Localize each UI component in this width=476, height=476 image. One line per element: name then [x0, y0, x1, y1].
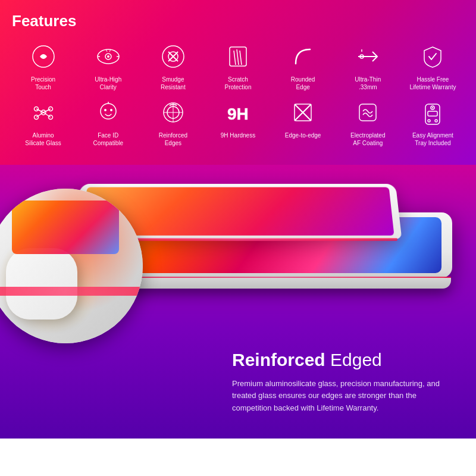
hassle-free-icon	[417, 41, 448, 72]
reinforced-description: Premium aluminosilicate glass, precision…	[232, 378, 458, 415]
alignment-tray-label: Easy AlignmentTray Included	[412, 131, 453, 147]
svg-point-44	[435, 120, 437, 122]
features-row-2: AluminoSilicate Glass Face IDCompatible	[12, 97, 464, 147]
scratch-protection-icon	[223, 41, 253, 72]
scratch-protection-label: ScratchProtection	[224, 76, 251, 91]
smudge-resistant-label: SmudgeResistant	[161, 76, 186, 91]
svg-line-14	[234, 51, 236, 65]
feature-scratch-protection: ScratchProtection	[206, 41, 269, 91]
smudge-resistant-icon	[158, 41, 189, 72]
face-id-icon	[93, 97, 124, 128]
phone-side	[96, 278, 451, 289]
svg-rect-39	[359, 104, 376, 121]
svg-point-31	[110, 109, 112, 111]
reinforced-bold: Reinforced	[232, 350, 325, 369]
feature-precision-touch: PrecisionTouch	[12, 41, 74, 91]
hassle-free-label: Hassle FreeLifetime Warranty	[409, 76, 456, 91]
alignment-tray-icon	[417, 97, 448, 128]
ultra-thin-icon	[352, 41, 383, 72]
ultra-clarity-label: Ultra-HighClarity	[95, 76, 121, 91]
feature-reinforced-edges: ReinforcedEdges	[142, 97, 204, 147]
svg-line-16	[240, 51, 242, 65]
9h-hardness-label: 9H Hardness	[221, 131, 255, 139]
precision-touch-icon	[28, 41, 59, 72]
feature-alumino-silicate: AluminoSilicate Glass	[12, 97, 74, 147]
edge-highlight	[0, 287, 143, 296]
svg-rect-45	[428, 111, 437, 116]
svg-point-4	[107, 55, 109, 58]
features-heading: Features	[12, 12, 464, 30]
features-row-1: PrecisionTouch Ultra-HighClarity	[12, 41, 464, 91]
svg-text:9H: 9H	[227, 105, 249, 123]
rounded-edge-icon	[287, 41, 318, 72]
9h-hardness-icon: 9H	[223, 97, 253, 128]
bottom-section: Reinforced Edged Premium aluminosilicate…	[0, 165, 476, 439]
feature-alignment-tray: Easy AlignmentTray Included	[402, 97, 464, 147]
face-id-label: Face IDCompatible	[93, 131, 123, 147]
svg-point-1	[42, 55, 45, 58]
alumino-silicate-icon	[28, 97, 59, 128]
feature-9h-hardness: 9H 9H Hardness	[206, 97, 269, 147]
svg-point-29	[101, 104, 116, 119]
feature-rounded-edge: RoundedEdge	[272, 41, 334, 91]
reinforced-edges-label: ReinforcedEdges	[159, 131, 187, 147]
feature-ultra-thin: Ultra-Thin.33mm	[337, 41, 399, 91]
svg-point-30	[104, 109, 107, 111]
features-section: Features PrecisionTouch	[0, 0, 476, 165]
svg-point-43	[428, 120, 430, 122]
svg-point-42	[432, 107, 433, 108]
text-content-area: Reinforced Edged Premium aluminosilicate…	[232, 349, 458, 415]
corner-detail	[6, 248, 77, 320]
feature-edge-to-edge: Edge-to-edge	[272, 97, 334, 147]
rounded-edge-label: RoundedEdge	[291, 76, 315, 91]
feature-hassle-free: Hassle FreeLifetime Warranty	[402, 41, 464, 91]
edge-to-edge-icon	[287, 97, 318, 128]
reinforced-normal: Edged	[325, 350, 382, 369]
reinforced-edges-icon	[158, 97, 189, 128]
alumino-silicate-label: AluminoSilicate Glass	[25, 131, 61, 147]
electroplated-icon	[352, 97, 383, 128]
edge-to-edge-label: Edge-to-edge	[285, 131, 321, 139]
reinforced-title: Reinforced Edged	[232, 349, 458, 371]
ultra-thin-label: Ultra-Thin.33mm	[355, 76, 381, 91]
electroplated-label: ElectroplatedAF Coating	[350, 131, 385, 147]
screen-reflection	[12, 201, 119, 254]
feature-electroplated: ElectroplatedAF Coating	[337, 97, 399, 147]
feature-face-id: Face IDCompatible	[77, 97, 139, 147]
svg-line-15	[237, 49, 239, 65]
feature-ultra-clarity: Ultra-HighClarity	[77, 41, 139, 91]
feature-smudge-resistant: SmudgeResistant	[142, 41, 204, 91]
ultra-clarity-icon	[93, 41, 124, 72]
precision-touch-label: PrecisionTouch	[31, 76, 55, 91]
